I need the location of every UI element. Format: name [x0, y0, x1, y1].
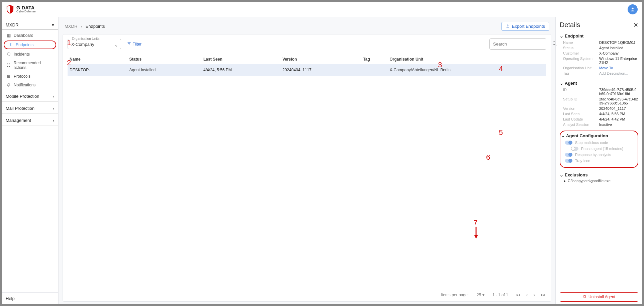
checklist-icon: ☷: [6, 63, 11, 68]
section-agent[interactable]: ⌄ Agent: [560, 81, 638, 86]
th-org[interactable]: Organisation Unit: [388, 54, 546, 64]
svg-point-1: [10, 44, 11, 45]
breadcrumb-current: Endpoints: [86, 24, 105, 29]
main-content: MXDR › Endpoints Export Endpoints Organi…: [59, 17, 555, 304]
bell-icon: [6, 83, 11, 87]
sidebar-item-notifications[interactable]: Notifications: [2, 81, 58, 89]
sidebar-item-dashboard[interactable]: ▦ Dashboard: [2, 31, 58, 40]
th-name[interactable]: Name: [68, 54, 127, 64]
sidebar-group-label: Mobile Protection: [6, 94, 39, 99]
sidebar-item-recommended[interactable]: ☷ Recommended actions: [2, 59, 58, 72]
shield-logo-icon: [6, 5, 14, 14]
details-panel: Details ✕ ⌄ Endpoint NameDESKTOP-1QBOM0J…: [555, 17, 642, 304]
table-row[interactable]: DESKTOP- Agent installed 4/4/24, 5:56 PM…: [68, 64, 546, 76]
th-lastseen[interactable]: Last Seen: [201, 54, 280, 64]
org-unit-select[interactable]: Organisation Units X-Company ⌄: [68, 39, 121, 49]
move-to-link[interactable]: Move To: [599, 66, 613, 70]
agent-last-seen: 4/4/24, 5:56 PM: [599, 112, 625, 116]
detail-status: Agent installed: [599, 46, 623, 50]
topbar: G DATA CyberDefense: [2, 2, 642, 17]
filter-icon: [127, 42, 131, 47]
endpoints-card: Organisation Units X-Company ⌄ Filter: [63, 34, 551, 302]
endpoint-icon: [8, 43, 13, 47]
th-status[interactable]: Status: [127, 54, 202, 64]
sidebar-group-mobile[interactable]: Mobile Protection ‹: [2, 91, 58, 102]
pager: Items per page: 25 ▾ 1 - 1 of 1 ⏮ ‹ › ⏭: [68, 289, 546, 297]
pager-first-icon[interactable]: ⏮: [516, 293, 520, 297]
endpoints-table: Name Status Last Seen Version Tag Organi…: [68, 54, 546, 76]
uninstall-label: Uninstall Agent: [588, 295, 615, 299]
export-endpoints-button[interactable]: Export Endpoints: [501, 22, 549, 31]
sidebar-help[interactable]: Help: [2, 292, 58, 304]
cell-org: X-Company/Abteilungen/NL Berlin: [388, 64, 546, 76]
avatar[interactable]: [628, 4, 638, 14]
trash-icon: [583, 295, 586, 299]
agent-id: 739ddc49-f373-4505-9b69-0a79169e18fd: [599, 88, 638, 96]
org-unit-value: X-Company: [71, 42, 94, 47]
sidebar-group-label: Management: [6, 118, 31, 123]
pager-range: 1 - 1 of 1: [492, 293, 508, 297]
cell-version: 20240404_1117: [280, 64, 361, 76]
sidebar-group-mail[interactable]: Mail Protection ‹: [2, 103, 58, 114]
logo-text-1: G DATA: [16, 5, 36, 10]
ipp-label: Items per page:: [441, 293, 469, 297]
chevron-down-icon[interactable]: ▾: [52, 22, 54, 27]
sidebar-item-incidents[interactable]: Incidents: [2, 50, 58, 59]
th-tag[interactable]: Tag: [361, 54, 387, 64]
ipp-select[interactable]: 25 ▾: [477, 293, 484, 297]
sidebar: MXDR ▾ ▦ Dashboard Endpoints Incidents: [2, 17, 59, 304]
grid-icon: ▦: [6, 33, 11, 38]
cell-name: DESKTOP-: [68, 64, 127, 76]
toggle-tray-icon[interactable]: [565, 159, 572, 163]
section-endpoint[interactable]: ⌄ Endpoint: [560, 33, 638, 39]
toggle-pause-agent[interactable]: [571, 147, 578, 151]
chevron-left-icon: ‹: [53, 118, 54, 123]
section-agent-config: ⌄ Agent Configuration Stop malicious cod…: [560, 131, 638, 168]
org-unit-float-label: Organisation Units: [71, 37, 101, 41]
sidebar-item-protocols[interactable]: 🗎 Protocols: [2, 72, 58, 81]
chevron-down-icon: ⌄: [560, 172, 563, 177]
toggle-label: Stop malicious code: [575, 141, 608, 145]
filter-button[interactable]: Filter: [127, 42, 142, 47]
agent-version: 20240404_1117: [599, 106, 626, 110]
add-tag-link[interactable]: Add Description...: [599, 71, 628, 75]
sidebar-item-label: Endpoints: [16, 43, 33, 47]
chevron-down-icon: ⌄: [114, 43, 118, 48]
toggle-response[interactable]: [565, 153, 572, 157]
sidebar-item-label: Dashboard: [14, 33, 33, 38]
sidebar-section-mxdr[interactable]: MXDR ▾: [2, 19, 58, 30]
shield-icon: [6, 52, 11, 56]
close-icon[interactable]: ✕: [633, 21, 638, 29]
detail-customer: X-Company: [599, 51, 619, 55]
agent-setup-id: 2fac7c40-0d93-47c3-b239-2f7668c513b5: [599, 97, 638, 105]
breadcrumb-root[interactable]: MXDR: [65, 24, 77, 29]
pager-prev-icon[interactable]: ‹: [526, 293, 528, 297]
sidebar-item-endpoints[interactable]: Endpoints: [4, 41, 56, 49]
th-version[interactable]: Version: [280, 54, 361, 64]
person-icon: [630, 7, 635, 12]
chevron-left-icon: ‹: [53, 106, 54, 111]
sidebar-group-management[interactable]: Management ‹: [2, 115, 58, 126]
toggle-label: Response by analysts: [575, 153, 611, 157]
chevron-down-icon: ⌄: [560, 81, 563, 86]
search-input[interactable]: [493, 42, 549, 47]
download-icon: [506, 24, 510, 29]
svg-point-0: [632, 7, 633, 9]
search-box[interactable]: [489, 39, 546, 50]
chevron-left-icon: ‹: [53, 94, 54, 99]
logo: G DATA CyberDefense: [6, 5, 36, 14]
pager-last-icon[interactable]: ⏭: [541, 293, 545, 297]
section-exclusions[interactable]: ⌄ Exclusions: [560, 172, 638, 177]
help-label: Help: [6, 296, 15, 301]
uninstall-agent-button[interactable]: Uninstall Agent: [560, 292, 638, 302]
sidebar-item-label: Notifications: [14, 83, 35, 87]
cell-status: Agent installed: [127, 64, 202, 76]
details-title: Details: [560, 21, 580, 29]
sidebar-item-label: Incidents: [14, 52, 30, 57]
pager-next-icon[interactable]: ›: [534, 293, 535, 297]
toggle-stop-malicious[interactable]: [565, 141, 572, 145]
agent-last-update: 4/4/24, 4:42 PM: [599, 117, 625, 121]
detail-name: DESKTOP-1QBOM0J: [599, 41, 635, 45]
chevron-right-icon: ›: [81, 24, 82, 29]
agent-config-heading[interactable]: ⌄ Agent Configuration: [561, 133, 635, 138]
